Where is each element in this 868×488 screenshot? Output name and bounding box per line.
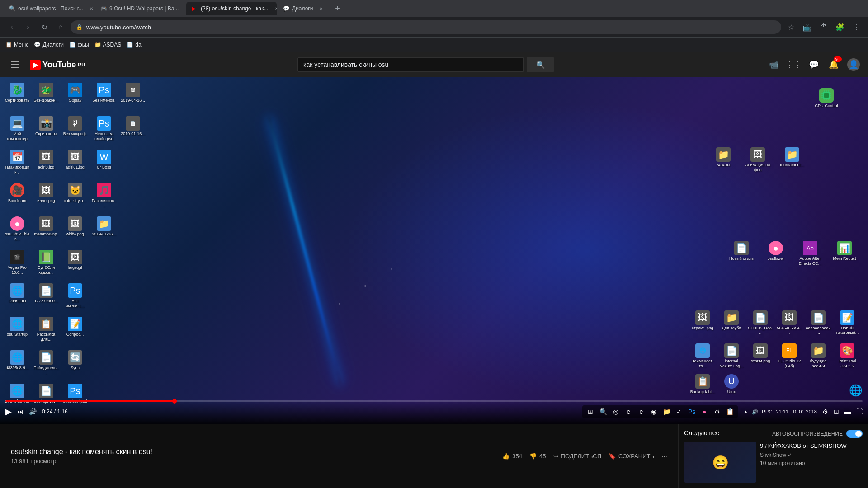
tray-expand[interactable]: ▲ bbox=[743, 409, 748, 414]
desktop-icon-animfon[interactable]: 🖼 Анимация на фон bbox=[741, 145, 774, 174]
upload-button[interactable]: 📹 bbox=[767, 57, 781, 72]
refresh-button[interactable]: ↻ bbox=[38, 21, 51, 33]
desktop-icon-osu[interactable]: ● osu!3b34Thies... bbox=[4, 215, 31, 246]
desktop-icon-zakazy[interactable]: 📁 Заказы bbox=[707, 145, 740, 174]
tab-3-close[interactable]: ✕ bbox=[273, 5, 277, 12]
miniplayer-btn[interactable]: ⊡ bbox=[834, 408, 839, 415]
desktop-icon-ps2[interactable]: Ps Непосред слайс.psd bbox=[90, 114, 118, 146]
desktop-icon-ps1[interactable]: Ps Без именов. bbox=[90, 81, 118, 113]
share-button[interactable]: ↪ ПОДЕЛИТЬСЯ bbox=[553, 453, 601, 460]
taskbar-chrome[interactable]: ◉ bbox=[648, 406, 659, 417]
like-button[interactable]: 👍 354 bbox=[502, 453, 522, 460]
tab-4[interactable]: 💬 Диалоги ✕ bbox=[278, 2, 330, 15]
settings-overlay-btn[interactable]: ⚙ bbox=[822, 408, 828, 415]
play-button[interactable]: ▶ bbox=[5, 407, 12, 417]
desktop-icon-stock[interactable]: 📄 STOCK_Rea... bbox=[747, 309, 774, 338]
desktop-icon-illy[interactable]: 🖼 иллы.png bbox=[33, 181, 60, 213]
desktop-icon-ps3[interactable]: Ps Без имени-1... bbox=[61, 282, 89, 313]
desktop-icon-strim2[interactable]: 🖼 стрим.png bbox=[747, 342, 774, 371]
search-bar[interactable]: как устанавливать скины osu bbox=[297, 57, 524, 72]
desktop-icon-osustartup[interactable]: 🌐 osu!Startup bbox=[4, 315, 31, 347]
taskbar-edge[interactable]: e bbox=[623, 406, 634, 417]
desktop-icon-agirl0[interactable]: 🖼 agirl0.jpg bbox=[33, 148, 60, 179]
progress-bar[interactable] bbox=[5, 400, 863, 402]
home-button[interactable]: ⌂ bbox=[54, 21, 67, 33]
desktop-icon-planner[interactable]: 📅 Планировщик... bbox=[4, 148, 31, 179]
account-button[interactable]: 👤 bbox=[846, 57, 861, 72]
desktop-icon-tournament[interactable]: 📁 tournament... bbox=[776, 145, 808, 174]
desktop-icon-folder[interactable]: 📁 2019-01-16... bbox=[90, 215, 118, 246]
taskbar-windows[interactable]: ⊞ bbox=[585, 406, 596, 417]
search-button[interactable]: 🔍 bbox=[527, 57, 554, 72]
apps-button[interactable]: ⋮⋮ bbox=[787, 57, 801, 72]
desktop-icon-kitty[interactable]: 🐱 cute kitty.a... bbox=[61, 181, 89, 213]
desktop-icon-music[interactable]: 🎵 Расслизнов... bbox=[90, 181, 118, 213]
theater-btn[interactable]: ▬ bbox=[844, 408, 851, 415]
address-bar[interactable]: 🔒 www.youtube.com/watch bbox=[71, 20, 781, 34]
back-button[interactable]: ‹ bbox=[5, 21, 18, 33]
desktop-icon-bandicam[interactable]: 🎥 Bandicam bbox=[4, 181, 31, 213]
bookmark-dialogi[interactable]: 💬 Диалоги bbox=[34, 42, 63, 48]
desktop-icon-novstiil[interactable]: 📄 Новый стиль bbox=[725, 239, 758, 268]
desktop-icon-mammo[interactable]: 🖼 mammo&inp. bbox=[33, 215, 60, 246]
desktop-icon-dlakuba[interactable]: 📁 Для клуба bbox=[718, 309, 745, 338]
volume-button[interactable]: 🔊 bbox=[29, 408, 37, 415]
video-area[interactable]: 🐉 Сортировать 🐲 Без-Дракон... 🎮 Обplay P… bbox=[0, 77, 868, 424]
hamburger-menu[interactable] bbox=[7, 58, 23, 71]
more-button[interactable]: ⋯ bbox=[661, 453, 667, 460]
desktop-icon-mycomp[interactable]: 💻 Мой компьютер bbox=[4, 114, 31, 146]
desktop-icon-5645[interactable]: 🖼 5645465654... bbox=[776, 309, 803, 338]
taskbar-misc[interactable]: 📋 bbox=[724, 406, 735, 417]
bookmark-da[interactable]: 📄 da bbox=[127, 42, 141, 48]
desktop-icon-vegas[interactable]: 🎬 Vegas Pro 10.0... bbox=[4, 248, 31, 280]
chat-button[interactable]: 💬 bbox=[807, 57, 821, 72]
autoplay-toggle[interactable] bbox=[846, 430, 863, 438]
youtube-logo[interactable]: ▶ YouTube RU bbox=[30, 60, 85, 70]
desktop-icon-cpu-control[interactable]: CPU-Control bbox=[810, 86, 843, 110]
bookmark-fy[interactable]: 📄 фьы bbox=[69, 42, 89, 48]
tab-1[interactable]: 🔍 osu! wallpapers - Поиск г... ✕ bbox=[4, 2, 94, 15]
extensions-button[interactable]: 🧩 bbox=[834, 21, 846, 33]
taskbar-ie[interactable]: e bbox=[636, 406, 646, 417]
taskbar-explorer[interactable]: 📁 bbox=[661, 406, 672, 417]
desktop-icon-word[interactable]: W Ur Boss bbox=[90, 148, 118, 179]
notifications-button[interactable]: 🔔 9+ bbox=[826, 57, 841, 72]
desktop-icon-osulazer[interactable]: ● osu!lazer bbox=[760, 239, 792, 268]
new-tab-button[interactable]: + bbox=[331, 2, 344, 15]
taskbar-osu-tb[interactable]: ● bbox=[699, 406, 710, 417]
desktop-icon-177[interactable]: 📄 177279900... bbox=[33, 282, 60, 313]
tab-3[interactable]: ▶ (28) osu!skin change - как... ✕ bbox=[186, 2, 277, 15]
forward-button[interactable]: › bbox=[22, 21, 34, 33]
desktop-icon-ae[interactable]: Ae Adobe After Effects CC... bbox=[794, 239, 826, 268]
desktop-icon-sopros[interactable]: 📝 Сопрос... bbox=[61, 315, 89, 347]
taskbar-check[interactable]: ✓ bbox=[674, 406, 684, 417]
desktop-icon-dragon2[interactable]: 🐲 Без-Дракон... bbox=[33, 81, 60, 113]
desktop-icon-backuptabl[interactable]: 📋 Backup.tabl... bbox=[689, 372, 716, 396]
next-video-card[interactable]: 😄 9 ЛАЙФХАКОВ от SLIVKISHOW SlivkiShow ✓… bbox=[684, 442, 863, 483]
tab-2-close[interactable]: ✕ bbox=[183, 5, 185, 12]
bookmark-menu[interactable]: 📋 Меню bbox=[5, 42, 28, 48]
desktop-icon-paintsai[interactable]: 🎨 Paint Tool SAI 2.5 bbox=[834, 342, 861, 371]
desktop-icon-novtext[interactable]: 📝 Новый текстовый... bbox=[834, 309, 861, 338]
desktop-icon-naimen[interactable]: 🌐 Наименеет-то... bbox=[689, 342, 716, 371]
fullscreen-btn[interactable]: ⛶ bbox=[856, 408, 863, 415]
desktop-icon-budroliki[interactable]: 📁 будущие ролики bbox=[805, 342, 832, 371]
desktop-icon-d83[interactable]: 🌐 d8395e8-9... bbox=[4, 348, 31, 380]
desktop-icon-memreduct[interactable]: 📊 Mem Reduct bbox=[828, 239, 861, 268]
dislike-button[interactable]: 👎 45 bbox=[529, 453, 546, 460]
taskbar-search[interactable]: 🔍 bbox=[598, 406, 609, 417]
desktop-icon-ovl[interactable]: 🌐 Овлярою bbox=[4, 282, 31, 313]
desktop-icon-pobedit[interactable]: 📄 Победитель... bbox=[33, 348, 60, 380]
tab-4-close[interactable]: ✕ bbox=[317, 5, 325, 12]
desktop-icon-strim[interactable]: 🖼 стрим?.png bbox=[689, 309, 716, 338]
taskbar-settings[interactable]: ⚙ bbox=[712, 406, 722, 417]
menu-button[interactable]: ⋮ bbox=[850, 21, 863, 33]
desktop-icon-sup[interactable]: 📗 Суп&Сли хадже... bbox=[33, 248, 60, 280]
tray-volume[interactable]: 🔊 bbox=[752, 409, 758, 415]
desktop-icon-fl[interactable]: FL FL Studio 12 (64б) bbox=[776, 342, 803, 371]
desktop-icon-mic[interactable]: 🎙 Без микроф. bbox=[61, 114, 89, 146]
taskbar-ps[interactable]: Ps bbox=[686, 406, 697, 417]
desktop-icon-date2[interactable]: 📄 2019-01-16... bbox=[119, 114, 146, 146]
bookmark-asdas[interactable]: 📁 ASDAS bbox=[94, 42, 122, 48]
desktop-icon-agirl01[interactable]: 🖼 agirl01.jpg bbox=[61, 148, 89, 179]
